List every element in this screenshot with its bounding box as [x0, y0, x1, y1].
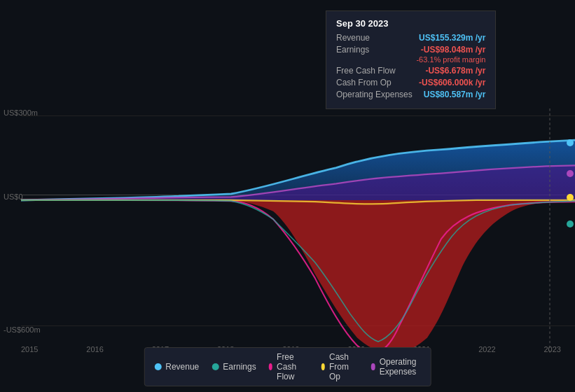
earnings-value: -US$98.048m /yr [421, 45, 486, 55]
legend-label-opex: Operating Expenses [380, 357, 421, 377]
legend-dot-earnings [212, 363, 219, 370]
legend-item-cashop[interactable]: Cash From Op [321, 352, 359, 382]
revenue-label: Revenue [336, 33, 370, 43]
legend: Revenue Earnings Free Cash Flow Cash Fro… [144, 347, 431, 386]
legend-dot-revenue [154, 363, 161, 370]
legend-label-fcf: Free Cash Flow [277, 352, 309, 382]
tooltip-row-revenue: Revenue US$155.329m /yr [336, 33, 485, 43]
opex-value: US$80.587m /yr [424, 90, 486, 99]
legend-dot-fcf [269, 363, 272, 370]
indicator-earnings [567, 220, 574, 227]
earnings-label: Earnings [336, 45, 369, 55]
legend-dot-opex [371, 363, 375, 370]
legend-item-revenue[interactable]: Revenue [154, 362, 199, 372]
cashop-value: -US$606.000k /yr [419, 78, 485, 88]
legend-label-revenue: Revenue [165, 362, 199, 372]
tooltip-row-opex: Operating Expenses US$80.587m /yr [336, 90, 485, 99]
legend-label-cashop: Cash From Op [329, 352, 359, 382]
legend-dot-cashop [321, 363, 325, 370]
tooltip-row-earnings: Earnings -US$98.048m /yr [336, 45, 485, 55]
tooltip-box: Sep 30 2023 Revenue US$155.329m /yr Earn… [326, 10, 496, 109]
chart-container: Sep 30 2023 Revenue US$155.329m /yr Earn… [0, 0, 575, 392]
revenue-value: US$155.329m /yr [419, 33, 485, 43]
y-label-mid: US$0 [4, 192, 23, 201]
fcf-value: -US$6.678m /yr [425, 66, 485, 76]
tooltip-row-cashop: Cash From Op -US$606.000k /yr [336, 78, 485, 88]
indicator-opex [567, 170, 574, 177]
tooltip-date: Sep 30 2023 [336, 18, 485, 29]
indicator-revenue [567, 139, 574, 146]
indicator-cashop [567, 194, 574, 201]
profit-margin: -63.1% profit margin [336, 55, 485, 64]
chart-svg [21, 108, 575, 354]
legend-item-opex[interactable]: Operating Expenses [371, 357, 421, 377]
tooltip-row-fcf: Free Cash Flow -US$6.678m /yr [336, 66, 485, 76]
cashop-label: Cash From Op [336, 78, 392, 88]
fcf-label: Free Cash Flow [336, 66, 396, 76]
legend-item-fcf[interactable]: Free Cash Flow [269, 352, 309, 382]
legend-item-earnings[interactable]: Earnings [212, 362, 256, 372]
legend-label-earnings: Earnings [223, 362, 256, 372]
opex-label: Operating Expenses [336, 90, 413, 99]
